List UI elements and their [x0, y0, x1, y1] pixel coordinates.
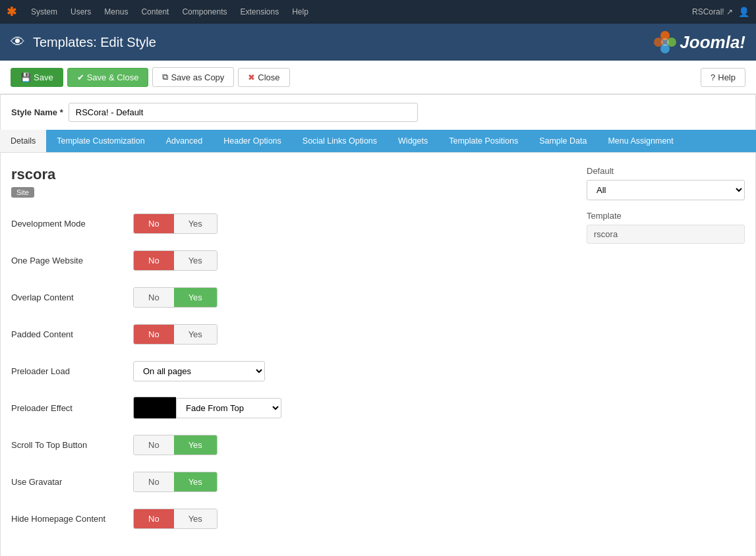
style-name-row: Style Name * — [0, 94, 756, 130]
nav-users[interactable]: Users — [64, 0, 98, 24]
hide-homepage-content-row: Hide Homepage Content No Yes — [11, 506, 573, 531]
scroll-to-top-row: Scroll To Top Button No Yes — [11, 432, 573, 457]
save-close-label: Save & Close — [87, 72, 139, 82]
hide-homepage-content-yes[interactable]: Yes — [174, 509, 217, 528]
save-close-button[interactable]: ✔ Save & Close — [67, 68, 149, 87]
page-title: Templates: Edit Style — [33, 35, 156, 50]
joomla-flower-icon — [652, 29, 678, 55]
preloader-color-swatch[interactable] — [133, 397, 176, 419]
use-gravatar-label: Use Gravatar — [11, 477, 133, 487]
padded-content-no[interactable]: No — [134, 325, 174, 344]
nav-extensions[interactable]: Extensions — [233, 0, 285, 24]
save-label: Save — [34, 72, 53, 82]
development-mode-no[interactable]: No — [134, 214, 174, 233]
one-page-website-row: One Page Website No Yes — [11, 248, 573, 273]
default-select[interactable]: All — [587, 180, 745, 200]
nav-components[interactable]: Components — [175, 0, 233, 24]
style-name-input[interactable] — [69, 103, 418, 122]
help-label: Help — [718, 72, 736, 82]
close-label: Close — [258, 72, 279, 82]
joomla-logo-icon[interactable]: ✱ — [7, 5, 16, 19]
default-section: Default All — [587, 166, 745, 200]
development-mode-row: Development Mode No Yes — [11, 211, 573, 236]
tab-template-positions[interactable]: Template Positions — [438, 130, 529, 152]
save-icon: 💾 — [20, 72, 31, 82]
rscoral-link[interactable]: RSCoral! ↗ — [692, 7, 733, 16]
hide-homepage-content-label: Hide Homepage Content — [11, 514, 133, 524]
preloader-effect-select[interactable]: Fade From Top Fade From Bottom Fade From… — [176, 398, 281, 418]
right-panel: Default All Template — [587, 166, 745, 543]
use-gravatar-row: Use Gravatar No Yes — [11, 469, 573, 494]
help-icon: ? — [711, 72, 715, 82]
use-gravatar-toggle: No Yes — [133, 472, 218, 492]
top-navbar: ✱ System Users Menus Content Components … — [0, 0, 756, 24]
copy-icon: ⧉ — [162, 72, 168, 82]
tab-widgets[interactable]: Widgets — [388, 130, 438, 152]
details-left: rscora Site Development Mode No Yes One … — [11, 166, 573, 543]
nav-menus[interactable]: Menus — [98, 0, 134, 24]
preloader-load-select[interactable]: On all pages On first page load Off — [133, 361, 265, 381]
preloader-effect-label: Preloader Effect — [11, 403, 133, 413]
joomla-text: Joomla! — [680, 32, 745, 53]
development-mode-label: Development Mode — [11, 219, 133, 229]
nav-content[interactable]: Content — [134, 0, 175, 24]
toolbar: 💾 Save ✔ Save & Close ⧉ Save as Copy ✖ C… — [0, 61, 756, 94]
style-name-label: Style Name * — [11, 107, 63, 117]
tab-advanced[interactable]: Advanced — [156, 130, 214, 152]
hide-homepage-content-toggle: No Yes — [133, 509, 218, 529]
one-page-website-yes[interactable]: Yes — [174, 251, 217, 270]
scroll-to-top-yes[interactable]: Yes — [174, 435, 217, 455]
site-badge: Site — [11, 187, 34, 198]
one-page-website-label: One Page Website — [11, 256, 133, 265]
tab-header-options[interactable]: Header Options — [213, 130, 292, 152]
save-copy-button[interactable]: ⧉ Save as Copy — [152, 67, 234, 87]
close-icon: ✖ — [248, 72, 255, 82]
nav-system[interactable]: System — [24, 0, 64, 24]
check-icon: ✔ — [77, 72, 84, 82]
overlap-content-no[interactable]: No — [134, 288, 174, 307]
tabs-bar: Details Template Customization Advanced … — [0, 130, 756, 152]
template-input — [587, 225, 745, 244]
hide-homepage-content-no[interactable]: No — [134, 509, 174, 528]
eye-icon: 👁 — [11, 34, 25, 51]
page-header: 👁 Templates: Edit Style Joomla! — [0, 24, 756, 61]
overlap-content-toggle: No Yes — [133, 287, 218, 308]
main-panel: rscora Site Development Mode No Yes One … — [0, 152, 756, 556]
scroll-to-top-label: Scroll To Top Button — [11, 440, 133, 450]
scroll-to-top-no[interactable]: No — [134, 435, 174, 455]
default-label: Default — [587, 166, 745, 176]
tab-social-links-options[interactable]: Social Links Options — [292, 130, 388, 152]
save-button[interactable]: 💾 Save — [11, 68, 63, 87]
one-page-website-no[interactable]: No — [134, 251, 174, 270]
preloader-effect-row: Preloader Effect Fade From Top Fade From… — [11, 395, 573, 420]
tab-details[interactable]: Details — [0, 130, 46, 152]
template-label: Template — [587, 211, 745, 221]
one-page-website-toggle: No Yes — [133, 250, 218, 271]
preloader-load-label: Preloader Load — [11, 366, 133, 376]
use-gravatar-no[interactable]: No — [134, 472, 174, 491]
close-button[interactable]: ✖ Close — [238, 68, 289, 87]
tab-sample-data[interactable]: Sample Data — [529, 130, 597, 152]
preloader-load-row: Preloader Load On all pages On first pag… — [11, 358, 573, 383]
template-section: Template — [587, 211, 745, 244]
use-gravatar-yes[interactable]: Yes — [174, 472, 217, 491]
user-icon[interactable]: 👤 — [738, 7, 749, 17]
padded-content-toggle: No Yes — [133, 324, 218, 345]
overlap-content-yes[interactable]: Yes — [174, 288, 217, 307]
nav-help[interactable]: Help — [285, 0, 315, 24]
overlap-content-row: Overlap Content No Yes — [11, 285, 573, 310]
tab-menu-assignment[interactable]: Menu Assignment — [597, 130, 683, 152]
tab-template-customization[interactable]: Template Customization — [46, 130, 155, 152]
svg-point-4 — [661, 38, 669, 46]
overlap-content-label: Overlap Content — [11, 292, 133, 302]
padded-content-row: Padded Content No Yes — [11, 321, 573, 347]
development-mode-toggle: No Yes — [133, 213, 218, 234]
padded-content-yes[interactable]: Yes — [174, 325, 217, 344]
help-button[interactable]: ? Help — [701, 68, 745, 87]
padded-content-label: Padded Content — [11, 329, 133, 339]
development-mode-yes[interactable]: Yes — [174, 214, 217, 233]
joomla-brand: Joomla! — [652, 29, 745, 55]
template-name: rscora — [11, 166, 573, 183]
save-copy-label: Save as Copy — [171, 72, 224, 82]
scroll-to-top-toggle: No Yes — [133, 435, 218, 455]
